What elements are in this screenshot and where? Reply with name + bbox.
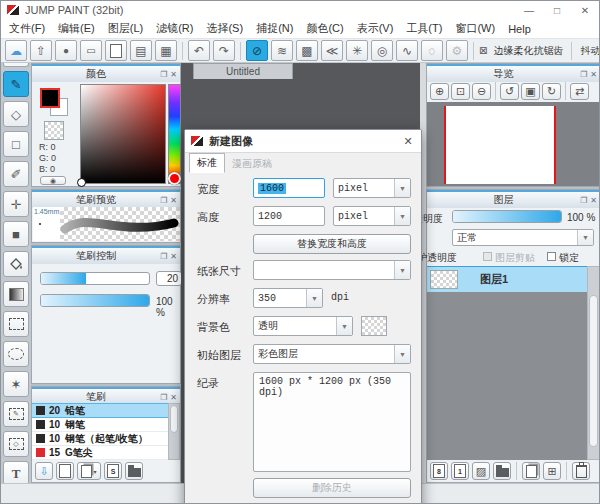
curve-snap-button[interactable]: ∿ <box>396 40 418 61</box>
cloud-button[interactable]: ☁ <box>5 40 27 61</box>
lock-checkbox[interactable] <box>547 252 556 261</box>
menu-help[interactable]: Help <box>508 23 531 35</box>
popout-icon[interactable]: ❐ <box>160 196 167 205</box>
menu-layer[interactable]: 图层(L) <box>108 21 143 36</box>
undo-button[interactable]: ↶ <box>188 40 210 61</box>
saturation-value-picker[interactable] <box>80 84 166 184</box>
add-8bit-layer-button[interactable]: 8 <box>430 462 448 480</box>
publish-button[interactable]: ⇧ <box>30 40 52 61</box>
add-layer-folder-button[interactable] <box>493 462 511 480</box>
layer-scroll-thumb[interactable] <box>589 295 598 447</box>
strong-correction-button[interactable]: ▩ <box>296 40 318 61</box>
background-color-dropdown[interactable]: 透明 ▼ <box>253 316 353 336</box>
comment-button[interactable]: ● <box>55 40 77 61</box>
snap-settings-button[interactable]: ⚙ <box>446 40 468 61</box>
script-brush-button[interactable]: S <box>104 462 122 480</box>
close-panel-icon[interactable]: ✕ <box>170 70 177 79</box>
move-tool[interactable]: ✛ <box>3 191 29 217</box>
rotate-cw-button[interactable]: ↻ <box>542 83 561 100</box>
width-input[interactable]: 1600 <box>253 178 325 198</box>
rotate-ccw-button[interactable]: ↺ <box>500 83 519 100</box>
palette-button[interactable]: ◉ <box>40 176 66 185</box>
radial-snap-button[interactable]: ✳ <box>346 40 368 61</box>
popout-icon[interactable]: ❐ <box>160 252 167 261</box>
layer-list-scrollbar[interactable] <box>587 266 600 460</box>
brush-list-scroll-thumb[interactable] <box>170 405 178 433</box>
brush-list-item[interactable]: 10 钢笔（起笔/收笔） <box>32 432 168 446</box>
eraser-tool[interactable]: ◇ <box>3 101 29 127</box>
jitter-correction-label[interactable]: 抖动修正 <box>580 44 600 58</box>
swap-dimensions-button[interactable]: 替换宽度和高度 <box>253 234 411 254</box>
select-pen-tool[interactable]: ✎ <box>3 401 29 427</box>
document-button[interactable] <box>105 40 127 61</box>
concentric-snap-button[interactable]: ◎ <box>371 40 393 61</box>
brush-list-item[interactable]: 20 铅笔 <box>32 403 168 418</box>
partial-tool-button[interactable] <box>3 63 29 67</box>
list-panel-button[interactable]: ▤ <box>130 40 152 61</box>
close-panel-icon[interactable]: ✕ <box>170 252 177 261</box>
tone-tool[interactable]: ■ <box>3 221 29 247</box>
brush-size-valuebox[interactable]: 20 <box>156 271 182 286</box>
select-eraser-tool[interactable]: ◇ <box>3 431 29 457</box>
dialog-close-icon[interactable]: ✕ <box>395 135 421 148</box>
navigator-canvas-thumbnail[interactable] <box>444 106 556 184</box>
menu-color[interactable]: 颜色(C) <box>306 21 343 36</box>
hue-slider[interactable] <box>168 84 181 184</box>
initial-layer-dropdown[interactable]: 彩色图层 ▼ <box>253 344 411 364</box>
canvas-tab[interactable]: Untitled <box>193 63 293 79</box>
ellipse-snap-button[interactable]: ◌ <box>421 40 443 61</box>
brush-folder-button[interactable] <box>125 462 143 480</box>
zoom-out-button[interactable]: ⊖ <box>472 83 491 100</box>
popout-icon[interactable]: ❐ <box>160 70 167 79</box>
layer-row[interactable]: 图层1 <box>427 266 587 293</box>
brush-tool[interactable]: ✎ <box>3 71 29 97</box>
record-entry[interactable]: 1600 px * 1200 px (350 dpi) <box>254 373 410 401</box>
menu-filter[interactable]: 滤镜(R) <box>156 21 193 36</box>
close-panel-icon[interactable]: ✕ <box>590 196 597 205</box>
reset-rotation-button[interactable]: ▣ <box>521 83 540 100</box>
menu-view[interactable]: 表示(V) <box>357 21 394 36</box>
flip-view-button[interactable]: ⇄ <box>570 83 589 100</box>
bucket-tool[interactable] <box>3 251 29 277</box>
tab-standard[interactable]: 标准 <box>189 153 225 173</box>
paper-size-dropdown[interactable]: ▼ <box>253 260 411 280</box>
clip-checkbox[interactable] <box>483 252 492 261</box>
fan-snap-button[interactable]: ≪ <box>321 40 343 61</box>
magic-wand-tool[interactable]: ✶ <box>3 371 29 397</box>
tab-manga-draft[interactable]: 漫画原稿 <box>225 155 279 173</box>
download-brush-button[interactable]: ⇩ <box>35 462 53 480</box>
brush-list-scrollbar[interactable] <box>168 403 180 460</box>
transparent-color-swatch[interactable] <box>44 121 64 140</box>
menu-select[interactable]: 选择(S) <box>206 21 243 36</box>
layer-opacity-slider[interactable] <box>452 210 562 223</box>
gradient-tool[interactable] <box>3 281 29 307</box>
duplicate-layer-button[interactable] <box>522 462 540 480</box>
hue-marker[interactable] <box>168 172 181 185</box>
height-unit-dropdown[interactable]: pixel ▼ <box>333 206 411 226</box>
merge-layer-button[interactable]: ⊞ <box>543 462 561 480</box>
delete-layer-button[interactable] <box>572 462 590 480</box>
brush-list-item[interactable]: 15 G笔尖 <box>32 446 168 460</box>
background-color-preview[interactable] <box>361 316 387 336</box>
delete-history-button[interactable]: 删除历史 <box>253 478 411 498</box>
popout-icon[interactable]: ❐ <box>160 393 167 402</box>
correction-off-button[interactable]: ⊘ <box>246 40 268 61</box>
foreground-color-swatch[interactable] <box>40 88 60 108</box>
sv-marker[interactable] <box>77 178 86 187</box>
menu-edit[interactable]: 编辑(E) <box>58 21 95 36</box>
curve-tool[interactable]: ✐ <box>3 161 29 187</box>
maximize-button[interactable]: □ <box>543 2 571 18</box>
duplicate-brush-button[interactable]: ▾ <box>77 462 101 480</box>
popout-icon[interactable]: ❐ <box>580 70 587 79</box>
height-input[interactable]: 1200 <box>253 206 325 226</box>
lasso-tool[interactable] <box>3 341 29 367</box>
brush-opacity-slider[interactable] <box>40 294 150 307</box>
navigator-preview[interactable] <box>427 102 600 186</box>
add-tone-layer-button[interactable]: ▨ <box>472 462 490 480</box>
close-panel-icon[interactable]: ✕ <box>170 196 177 205</box>
zoom-in-button[interactable]: ⊕ <box>430 83 449 100</box>
redo-button[interactable]: ↷ <box>213 40 235 61</box>
resolution-dropdown[interactable]: 350 ▼ <box>253 288 323 308</box>
close-panel-icon[interactable]: ✕ <box>170 393 177 402</box>
edge-smooth-label[interactable]: 边缘柔化抗锯齿 <box>493 44 563 58</box>
